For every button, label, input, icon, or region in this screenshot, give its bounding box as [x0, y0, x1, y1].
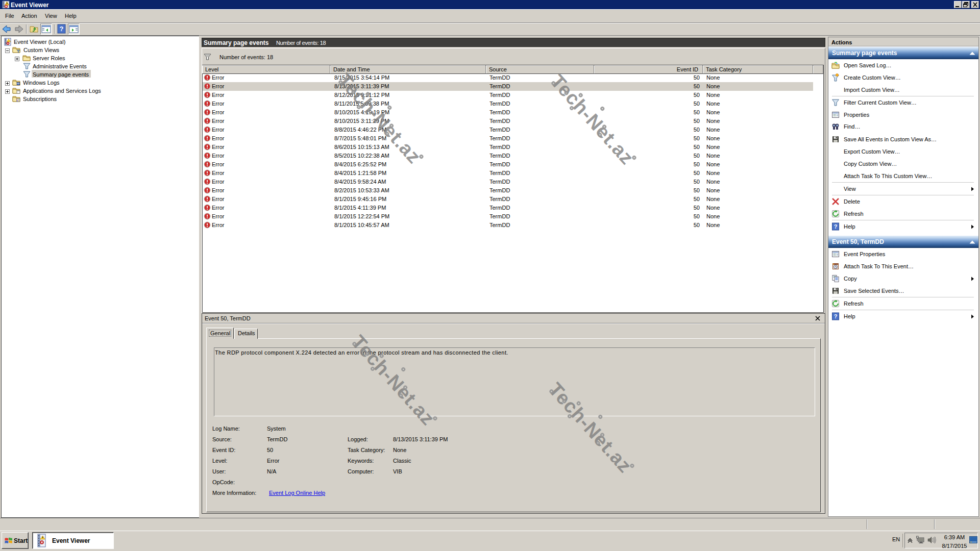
svg-text:?: ?: [834, 223, 838, 230]
svg-text:?: ?: [60, 25, 64, 33]
svg-text:?: ?: [834, 313, 838, 319]
